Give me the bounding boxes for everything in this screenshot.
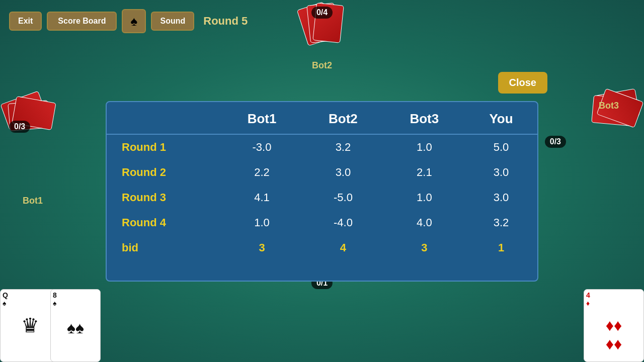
table-row: Round 1-3.03.21.05.0	[107, 134, 537, 160]
col-bot3: Bot3	[384, 102, 465, 134]
col-bot1: Bot1	[221, 102, 302, 134]
col-round	[107, 102, 221, 134]
table-row: Round 34.1-5.01.03.0	[107, 185, 537, 210]
col-bot2: Bot2	[302, 102, 383, 134]
table-row: Round 41.0-4.04.03.2	[107, 210, 537, 235]
col-you: You	[465, 102, 537, 134]
table-header: Bot1 Bot2 Bot3 You	[107, 102, 537, 134]
table-row: Round 22.23.02.13.0	[107, 160, 537, 185]
table-row: bid3431	[107, 235, 537, 260]
score-table: Bot1 Bot2 Bot3 You Round 1-3.03.21.05.0R…	[107, 102, 537, 260]
dialog-overlay: Close Bot1 Bot2 Bot3 You Round 1-3.03.21…	[0, 0, 644, 362]
scoreboard-dialog: Close Bot1 Bot2 Bot3 You Round 1-3.03.21…	[106, 101, 538, 282]
close-button[interactable]: Close	[498, 72, 547, 94]
